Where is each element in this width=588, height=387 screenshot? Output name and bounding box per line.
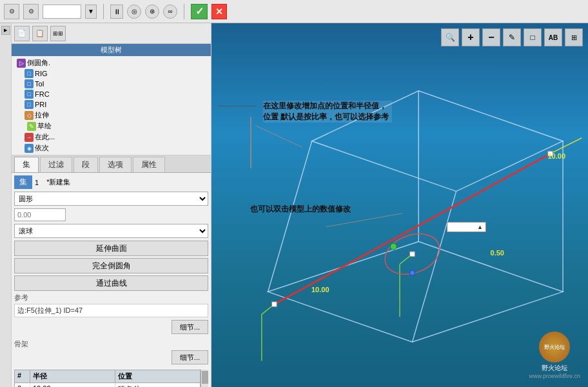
far-left-btn-1[interactable]: ▶	[1, 26, 10, 35]
tree-item-toi[interactable]: □ ToI	[14, 79, 208, 89]
svg-rect-13	[271, 302, 277, 307]
set-header: 集 1 *新建集	[14, 175, 208, 189]
svg-point-17	[410, 270, 415, 275]
panel-icon-grid[interactable]: ⊞⊞	[50, 26, 66, 41]
svg-line-11	[551, 138, 582, 154]
radius-table: # 半径 位置 2 10.00 顶点·边... 3 20.00 0.50	[14, 370, 208, 387]
ref-section-label: 参考	[14, 293, 208, 303]
value-dropdown-btn[interactable]: ▼	[85, 5, 97, 19]
ball-select[interactable]: 滚球	[14, 224, 208, 238]
extend-surface-btn[interactable]: 延伸曲面	[14, 241, 208, 256]
checkmark-icon: ✓	[195, 5, 204, 17]
vp-edit-btn[interactable]: ✎	[503, 28, 521, 46]
set-num: 1	[35, 179, 39, 186]
vp-text-btn[interactable]: AB	[544, 28, 562, 46]
model-tree-header: 模型树	[12, 44, 211, 56]
tab-properties[interactable]: 属性	[133, 157, 165, 172]
dim-label-1: 10.00	[547, 152, 565, 160]
svg-line-3	[412, 192, 456, 342]
rig-icon: □	[24, 69, 34, 78]
tree-item-frc-label: FRC	[35, 90, 50, 98]
vp-zoom-fit-btn[interactable]: 🔍	[441, 28, 459, 46]
dim-input-box[interactable]: 20.00 ▲	[447, 222, 486, 232]
extrude-icon: ◇	[24, 111, 34, 120]
ball-row: 滚球	[14, 224, 208, 238]
vp-zoom-out-btn[interactable]: −	[482, 28, 500, 46]
set-label: 集	[14, 175, 32, 189]
separator-2	[184, 4, 184, 19]
new-set-label: *新建集	[46, 177, 70, 187]
table-scrollbar[interactable]	[201, 370, 208, 387]
cancel-button[interactable]: ✕	[211, 4, 227, 19]
full-fillet-btn[interactable]: 完全倒圆角	[14, 258, 208, 273]
pri-icon: □	[24, 100, 34, 109]
annotation-line-1	[250, 117, 251, 168]
toi-icon: □	[24, 79, 34, 88]
shape-row: 圆形	[14, 192, 208, 206]
svg-rect-14	[410, 252, 415, 257]
ref-text: 边:F5(拉伸_1) ID=47	[14, 304, 208, 317]
tree-item-sketch-label: 草绘	[37, 121, 52, 131]
value-input[interactable]: 20.00	[43, 5, 81, 19]
here-icon: →	[24, 133, 34, 142]
tab-filter[interactable]: 过滤	[40, 157, 72, 172]
tree-item-here[interactable]: → 在此...	[14, 132, 208, 143]
tree-item-toi-label: ToI	[35, 80, 44, 88]
svg-line-6	[274, 154, 550, 304]
svg-line-9	[400, 254, 412, 264]
confirm-button[interactable]: ✓	[191, 4, 208, 19]
panel-top-icons: 📄 📋 ⊞⊞	[12, 23, 211, 44]
shape-select[interactable]: 圆形	[14, 192, 208, 206]
toolbar-btn-2[interactable]: ⚙	[23, 4, 39, 19]
dim-input-field[interactable]: 20.00	[450, 223, 476, 231]
svg-point-12	[379, 227, 445, 282]
tree-item-extrude[interactable]: ◇ 拉伸	[14, 110, 208, 121]
pause-button[interactable]: ⏸	[110, 5, 123, 19]
detail-btn-1[interactable]: 细节...	[172, 320, 208, 334]
dim-label-3: 0.50	[491, 249, 504, 257]
tree-item-pri[interactable]: □ PRI	[14, 99, 208, 110]
tab-set[interactable]: 集	[14, 157, 39, 172]
row1-pos: 顶点·边...	[115, 383, 200, 387]
radius-value-input[interactable]	[14, 208, 66, 221]
table-header: # 半径 位置	[15, 370, 200, 383]
toolbar-circle-3[interactable]: ∞	[163, 5, 177, 19]
tree-item-fillet[interactable]: ▷ 倒圆角.	[14, 57, 208, 68]
far-left-panel: ▶	[0, 23, 12, 387]
tree-item-extrude-label: 拉伸	[35, 110, 49, 120]
toolbar-circle-2[interactable]: ⊛	[145, 5, 159, 19]
vp-zoom-in-btn[interactable]: +	[462, 28, 480, 46]
watermark-circle-text: 野火论坛	[544, 344, 565, 351]
watermark: 野火论坛 野火论坛 www.proewildfire.cn	[529, 332, 580, 379]
panel-icon-2[interactable]: 📋	[32, 26, 48, 41]
main-area: ▶ 📄 📋 ⊞⊞ 模型树 ▷ 倒圆角. □ RIG □ ToI □	[0, 23, 588, 387]
tree-item-here-label: 在此...	[35, 132, 55, 142]
tree-item-frc[interactable]: □ FRC	[14, 89, 208, 99]
tab-options[interactable]: 选项	[99, 157, 132, 172]
value-row	[14, 208, 208, 221]
dim-up-btn[interactable]: ▲	[477, 224, 483, 230]
tree-item-seq[interactable]: ◈ 依次	[14, 143, 208, 154]
detail-btn-2[interactable]: 细节...	[172, 350, 208, 364]
row1-num: 2	[15, 383, 30, 387]
tree-item-sketch[interactable]: ✎ 草绘	[14, 121, 208, 132]
vp-grid-btn[interactable]: ⊞	[565, 28, 583, 46]
vp-box-btn[interactable]: □	[524, 28, 542, 46]
annotation-arrow-2	[326, 213, 402, 227]
table-row-1[interactable]: 2 10.00 顶点·边...	[15, 383, 200, 387]
curve-btn[interactable]: 通过曲线	[14, 275, 208, 291]
tree-item-rig[interactable]: □ RIG	[14, 68, 208, 79]
row1-radius: 10.00	[30, 383, 115, 387]
toolbar-circle-1[interactable]: ◎	[127, 5, 141, 19]
tab-segment[interactable]: 段	[74, 157, 98, 172]
tree-item-seq-label: 依次	[35, 143, 49, 153]
seq-icon: ◈	[24, 144, 34, 153]
viewport[interactable]: 🔍 + − ✎ □ AB ⊞ 在这里修改增加点的位置和半径值，位置 默认是按比率…	[211, 23, 588, 387]
col-radius: 半径	[30, 370, 115, 382]
toolbar-btn-1[interactable]: ⚙	[4, 4, 19, 19]
tree-item-pri-label: PRI	[35, 101, 46, 108]
annotation-2: 也可以双击模型上的数值修改	[250, 204, 351, 215]
panel-content: 集 1 *新建集 圆形 滚球 延伸曲面 完全倒圆角	[12, 173, 211, 387]
svg-point-16	[390, 243, 397, 250]
panel-icon-1[interactable]: 📄	[14, 26, 30, 41]
